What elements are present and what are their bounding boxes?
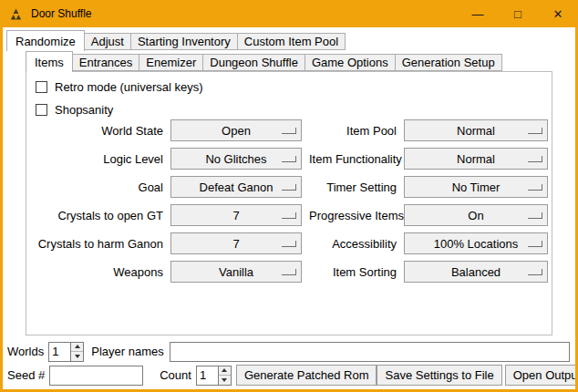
logic-level-label: Logic Level bbox=[34, 152, 163, 166]
item-pool-value: Normal bbox=[457, 124, 495, 138]
item-functionality-value: Normal bbox=[457, 152, 495, 166]
item-pool-dropdown[interactable]: Normal bbox=[404, 119, 548, 141]
crystals-open-gt-dropdown[interactable]: 7 bbox=[170, 204, 302, 226]
logic-level-dropdown[interactable]: No Glitches bbox=[170, 148, 302, 170]
retro-mode-checkbox[interactable] bbox=[36, 81, 47, 93]
settings-grid: World State Open Item Pool Normal Logic … bbox=[34, 119, 548, 283]
progressive-items-dropdown[interactable]: On bbox=[404, 204, 548, 226]
door-shuffle-window: Door Shuffle — □ ✕ Randomize Adjust Star… bbox=[0, 0, 578, 392]
tab-adjust[interactable]: Adjust bbox=[84, 33, 131, 50]
primary-tab-bar: Randomize Adjust Starting Inventory Cust… bbox=[6, 30, 345, 50]
dropdown-indicator-icon bbox=[282, 156, 296, 162]
timer-setting-label: Timer Setting bbox=[309, 181, 397, 194]
close-button[interactable]: ✕ bbox=[538, 0, 578, 27]
count-spin-down-icon[interactable] bbox=[219, 375, 231, 385]
count-label: Count bbox=[160, 368, 191, 382]
dropdown-indicator-icon bbox=[282, 184, 296, 191]
dropdown-indicator-icon bbox=[282, 128, 296, 134]
item-sorting-dropdown[interactable]: Balanced bbox=[404, 261, 548, 283]
tab-items[interactable]: Items bbox=[26, 51, 73, 72]
worlds-spin-up-icon[interactable] bbox=[71, 343, 83, 352]
window-title: Door Shuffle bbox=[31, 7, 92, 20]
worlds-label: Worlds bbox=[7, 345, 44, 358]
tab-entrances[interactable]: Entrances bbox=[72, 54, 140, 71]
tab-dungeon-shuffle[interactable]: Dungeon Shuffle bbox=[202, 54, 305, 71]
crystals-harm-ganon-label: Crystals to harm Ganon bbox=[34, 237, 163, 251]
item-functionality-label: Item Functionality bbox=[309, 152, 397, 166]
crystals-open-gt-value: 7 bbox=[232, 209, 239, 222]
timer-setting-value: No Timer bbox=[452, 181, 501, 194]
retro-mode-label: Retro mode (universal keys) bbox=[55, 80, 203, 94]
accessibility-dropdown[interactable]: 100% Locations bbox=[404, 232, 548, 254]
dropdown-indicator-icon bbox=[528, 184, 542, 191]
goal-label: Goal bbox=[34, 181, 163, 194]
window-controls: — □ ✕ bbox=[458, 0, 578, 27]
tab-enemizer[interactable]: Enemizer bbox=[139, 54, 203, 71]
count-spin-up-icon[interactable] bbox=[219, 366, 231, 376]
generate-patched-rom-button[interactable]: Generate Patched Rom bbox=[236, 365, 377, 386]
dropdown-indicator-icon bbox=[282, 269, 296, 275]
accessibility-value: 100% Locations bbox=[434, 237, 519, 251]
maximize-button[interactable]: □ bbox=[498, 0, 538, 27]
logic-level-value: No Glitches bbox=[205, 152, 266, 166]
progressive-items-label: Progressive Items bbox=[309, 209, 397, 222]
open-output-directory-button[interactable]: Open Output Directory bbox=[505, 365, 575, 386]
dropdown-indicator-icon bbox=[528, 241, 542, 247]
tab-randomize[interactable]: Randomize bbox=[6, 30, 85, 51]
worlds-spin-down-icon[interactable] bbox=[71, 351, 83, 361]
minimize-button[interactable]: — bbox=[458, 0, 498, 27]
crystals-open-gt-label: Crystals to open GT bbox=[34, 209, 163, 222]
worlds-spin-arrows bbox=[70, 342, 84, 362]
goal-value: Defeat Ganon bbox=[200, 181, 274, 194]
dropdown-indicator-icon bbox=[528, 128, 542, 134]
item-sorting-label: Item Sorting bbox=[309, 265, 397, 279]
player-names-input[interactable] bbox=[170, 342, 570, 362]
seed-row: Seed # Count Generate Patched Rom Save S… bbox=[7, 365, 571, 386]
minimize-icon: — bbox=[472, 7, 484, 21]
world-state-label: World State bbox=[34, 124, 163, 138]
titlebar[interactable]: Door Shuffle — □ ✕ bbox=[0, 0, 578, 27]
dropdown-indicator-icon bbox=[528, 212, 542, 219]
crystals-harm-ganon-dropdown[interactable]: 7 bbox=[170, 232, 302, 254]
window-content: Randomize Adjust Starting Inventory Cust… bbox=[3, 27, 575, 389]
timer-setting-dropdown[interactable]: No Timer bbox=[404, 176, 548, 198]
progressive-items-value: On bbox=[468, 209, 483, 222]
world-state-value: Open bbox=[222, 124, 251, 138]
shopsanity-checkbox-row[interactable]: Shopsanity bbox=[36, 103, 113, 117]
weapons-label: Weapons bbox=[34, 265, 163, 279]
worlds-spinbox[interactable] bbox=[48, 342, 84, 362]
dropdown-indicator-icon bbox=[528, 156, 542, 162]
item-sorting-value: Balanced bbox=[451, 265, 501, 279]
seed-label: Seed # bbox=[7, 368, 45, 382]
shopsanity-label: Shopsanity bbox=[55, 103, 113, 117]
dropdown-indicator-icon bbox=[528, 269, 542, 275]
worlds-input[interactable] bbox=[48, 342, 70, 362]
dropdown-indicator-icon bbox=[282, 241, 296, 247]
save-settings-button[interactable]: Save Settings to File bbox=[377, 365, 501, 386]
close-icon: ✕ bbox=[553, 7, 563, 21]
item-functionality-dropdown[interactable]: Normal bbox=[404, 148, 548, 170]
goal-dropdown[interactable]: Defeat Ganon bbox=[170, 176, 302, 198]
player-names-label: Player names bbox=[91, 345, 163, 358]
item-pool-label: Item Pool bbox=[309, 124, 397, 138]
shopsanity-checkbox[interactable] bbox=[36, 104, 47, 116]
secondary-tab-bar: Items Entrances Enemizer Dungeon Shuffle… bbox=[26, 51, 501, 71]
tab-custom-item-pool[interactable]: Custom Item Pool bbox=[237, 33, 346, 50]
weapons-value: Vanilla bbox=[219, 265, 253, 279]
world-state-dropdown[interactable]: Open bbox=[170, 119, 302, 141]
count-input[interactable] bbox=[196, 366, 218, 386]
maximize-icon: □ bbox=[514, 7, 521, 21]
accessibility-label: Accessibility bbox=[309, 237, 397, 251]
weapons-dropdown[interactable]: Vanilla bbox=[170, 261, 302, 283]
retro-mode-checkbox-row[interactable]: Retro mode (universal keys) bbox=[36, 80, 203, 94]
tab-game-options[interactable]: Game Options bbox=[304, 54, 396, 71]
app-icon[interactable] bbox=[9, 7, 23, 21]
count-spinbox[interactable] bbox=[196, 366, 232, 386]
items-pane: Retro mode (universal keys) Shopsanity W… bbox=[26, 71, 552, 335]
tab-generation-setup[interactable]: Generation Setup bbox=[395, 54, 502, 71]
dropdown-indicator-icon bbox=[282, 212, 296, 219]
crystals-harm-ganon-value: 7 bbox=[232, 237, 239, 251]
seed-input[interactable] bbox=[49, 366, 143, 386]
tab-starting-inventory[interactable]: Starting Inventory bbox=[130, 33, 238, 50]
worlds-row: Worlds Player names bbox=[7, 341, 571, 362]
